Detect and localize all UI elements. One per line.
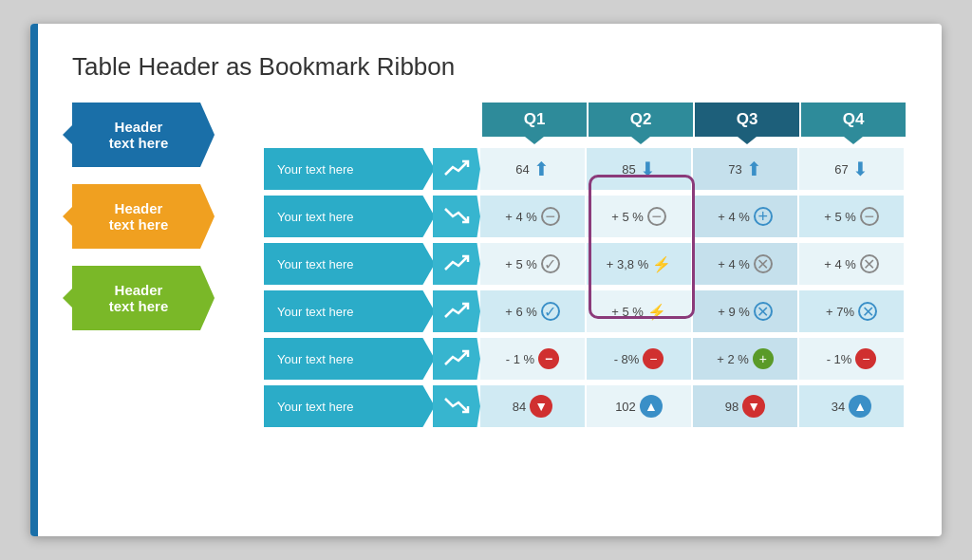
cell: + 3,8 % ⚡ [587, 243, 691, 285]
table-row: Your text here + 6 % ✓ + 5 % ⚡ [264, 289, 907, 334]
blue-accent-bar [30, 24, 38, 536]
cell-value: + 9 % [718, 305, 750, 319]
arrow-down-red-icon: ▼ [742, 395, 765, 418]
arrow-down-red-icon: ▼ [530, 395, 552, 418]
bookmark-blue: Headertext here [72, 103, 215, 167]
table-row: Your text here + 5 % ✓ + 3,8 % ⚡ [264, 241, 907, 287]
row-cells: 84 ▼ 102 ▲ 98 [480, 385, 907, 427]
plus-circle-icon: + [754, 207, 773, 226]
content-area: Headertext here Headertext here Headerte… [72, 103, 907, 429]
minus-icon: − [860, 207, 879, 226]
cell: + 4 % − [480, 196, 585, 237]
cell: - 1 % − [480, 338, 585, 380]
cell-value: + 7% [826, 305, 854, 319]
row-cells: + 4 % − + 5 % − + 4 % + + 5 % [480, 196, 907, 237]
cell: + 6 % ✓ [480, 290, 585, 332]
cell-value: + 5 % [505, 257, 537, 271]
col-header-q4: Q4 [801, 103, 906, 137]
arrow-up-teal-icon: ⬆ [746, 158, 762, 180]
check-icon: ✓ [541, 254, 560, 273]
cell-value: 85 [622, 162, 635, 177]
minus-red-icon: − [643, 348, 664, 369]
bookmark-green: Headertext here [72, 266, 215, 330]
cell: + 2 % + [693, 338, 797, 380]
cell: 34 ▲ [799, 385, 904, 427]
cell-value: + 4 % [505, 210, 537, 224]
arrow-up-teal-icon: ▲ [849, 395, 871, 418]
cell-value: - 1% [827, 352, 852, 366]
cell-value: + 3,8 % [607, 257, 648, 271]
data-rows: Your text here 64 ⬆ 85 ⬇ [264, 146, 907, 429]
cell: 85 ⬇ [587, 148, 691, 190]
cell-value: + 4 % [718, 257, 750, 271]
cell: + 5 % − [799, 196, 904, 237]
cell: + 5 % − [587, 196, 691, 237]
x-circle-outline-icon: ✕ [754, 302, 773, 321]
bolt-yellow-icon: ⚡ [647, 303, 666, 321]
row-label: Your text here [264, 243, 435, 285]
cell: 73 ⬆ [693, 148, 797, 190]
row-label: Your text here [264, 385, 435, 427]
arrow-up-teal-icon: ▲ [640, 395, 663, 418]
cell-value: 67 [834, 162, 848, 177]
slide: Table Header as Bookmark Ribbon Headerte… [30, 24, 942, 536]
cell-value: 34 [832, 400, 845, 414]
cell: + 4 % ✕ [799, 243, 904, 285]
col-headers: Q1 Q2 Q3 Q4 [482, 103, 907, 137]
row-cells: + 6 % ✓ + 5 % ⚡ + 9 % ✕ + 7% [480, 290, 907, 332]
cell-value: + 5 % [611, 305, 644, 319]
x-circle-outline-icon: ✕ [858, 302, 877, 321]
x-circle-icon: ✕ [860, 254, 879, 273]
row-label: Your text here [264, 148, 435, 190]
row-icon [433, 385, 480, 427]
table-row: Your text here 84 ▼ 102 [264, 383, 907, 429]
cell: + 4 % ✕ [693, 243, 797, 285]
cell-value: - 8% [614, 352, 640, 366]
row-icon [433, 338, 480, 380]
cell: 84 ▼ [480, 385, 585, 427]
arrow-down-teal-icon: ⬇ [852, 158, 869, 180]
minus-icon: − [541, 207, 560, 226]
minus-red-icon: − [538, 348, 559, 369]
bookmark-orange: Headertext here [72, 184, 215, 249]
cell: - 1% − [799, 338, 904, 380]
table-row: Your text here - 1 % − - 8% [264, 336, 907, 382]
row-cells: + 5 % ✓ + 3,8 % ⚡ + 4 % ✕ + 4 % [480, 243, 907, 285]
cell-value: 84 [513, 400, 526, 414]
minus-icon: − [647, 207, 666, 226]
legend-item-blue: Headertext here [72, 103, 234, 167]
cell-value: 64 [515, 162, 529, 177]
cell: + 7% ✕ [799, 290, 904, 332]
arrow-up-teal-icon: ⬆ [533, 158, 550, 180]
cell-value: - 1 % [506, 352, 534, 366]
cell-value: 102 [615, 400, 636, 414]
slide-title: Table Header as Bookmark Ribbon [72, 52, 907, 82]
col-header-q1: Q1 [482, 103, 587, 137]
x-circle-icon: ✕ [754, 254, 773, 273]
cell-value: 98 [725, 400, 738, 414]
col-header-q3: Q3 [695, 103, 799, 137]
cell: + 4 % + [693, 196, 797, 237]
cell: 67 ⬇ [799, 148, 904, 190]
row-cells: - 1 % − - 8% − + 2 % [480, 338, 907, 380]
plus-green-icon: + [753, 348, 774, 369]
legend: Headertext here Headertext here Headerte… [72, 103, 234, 330]
table-row: Your text here + 4 % − + 5 % − [264, 194, 907, 239]
row-label: Your text here [264, 290, 435, 332]
col-header-q2: Q2 [589, 103, 693, 137]
row-icon [433, 243, 480, 285]
cell: + 5 % ⚡ [587, 290, 691, 332]
minus-red-icon: − [855, 348, 876, 369]
table-area: Q1 Q2 Q3 Q4 Your text here 64 ⬆ [264, 103, 907, 429]
bolt-icon: ⚡ [652, 255, 671, 273]
row-icon [433, 196, 480, 237]
row-icon [433, 290, 480, 332]
cell-value: + 2 % [717, 352, 749, 366]
check-circle-icon: ✓ [541, 302, 560, 321]
cell-value: + 6 % [505, 305, 537, 319]
table-row: Your text here 64 ⬆ 85 ⬇ [264, 146, 907, 192]
arrow-down-teal-icon: ⬇ [640, 158, 656, 180]
cell: 102 ▲ [587, 385, 691, 427]
cell-value: 73 [728, 162, 741, 177]
legend-item-orange: Headertext here [72, 184, 234, 249]
